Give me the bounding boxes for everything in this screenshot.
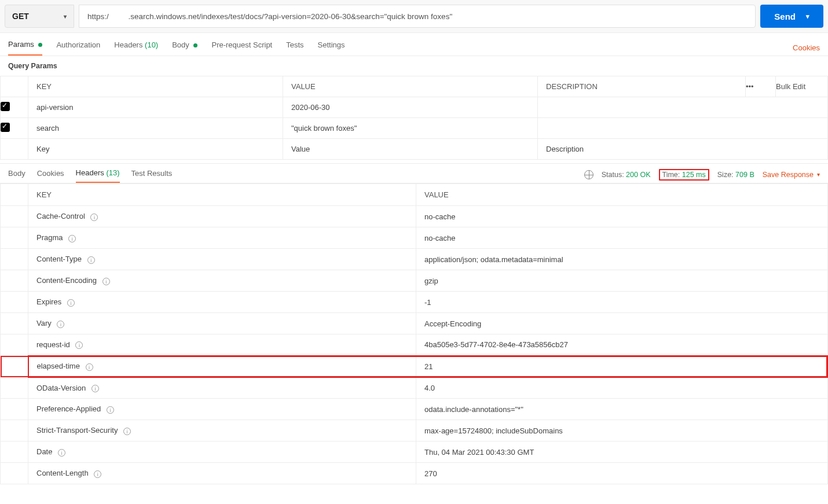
info-icon[interactable]: i [87,256,95,264]
request-bar: GET ▾ Send ▾ [0,0,828,33]
row-checkbox[interactable] [1,97,28,118]
spacer-cell [1,442,28,463]
active-dot-icon [38,43,42,47]
response-header-row: Content-Length i270 [1,463,828,484]
header-key: Pragma i [28,227,416,249]
header-value: max-age=15724800; includeSubDomains [416,420,828,442]
header-value: -1 [416,292,828,313]
resp-tab-body[interactable]: Body [8,169,25,182]
response-header-row: OData-Version i4.0 [1,377,828,399]
response-header-row: Strict-Transport-Security imax-age=15724… [1,420,828,442]
response-headers-table: KEY VALUE Cache-Control ino-cachePragma … [0,183,828,484]
resp-tab-headers-count: (13) [106,168,119,177]
response-meta: Status: 200 OK Time: 125 ms Size: 709 B … [584,169,820,183]
spacer-cell [1,463,28,484]
header-value: no-cache [416,227,828,249]
resp-tab-headers-label: Headers [76,168,104,177]
param-key[interactable]: api-version [28,97,283,118]
response-header-row: Content-Type iapplication/json; odata.me… [1,249,828,270]
param-key[interactable]: search [28,118,283,139]
response-header-row: Cache-Control ino-cache [1,206,828,227]
chevron-down-icon: ▾ [64,13,67,20]
param-key-input[interactable]: Key [28,139,283,160]
header-value: application/json; odata.metadata=minimal [416,249,828,270]
spacer-cell [1,377,28,399]
tab-headers[interactable]: Headers (10) [114,41,158,55]
header-key: Vary i [28,313,416,334]
http-method-select[interactable]: GET ▾ [5,5,74,28]
response-header-row: Vary iAccept-Encoding [1,313,828,334]
column-description: DESCRIPTION [538,76,746,97]
response-header-row: Content-Encoding igzip [1,270,828,292]
tab-settings[interactable]: Settings [318,41,345,55]
spacer-cell [1,420,28,442]
param-desc[interactable] [538,118,828,139]
spacer-cell [1,313,28,334]
url-input[interactable] [79,5,756,28]
response-headers-header-row: KEY VALUE [1,184,828,206]
spacer-cell [1,206,28,227]
status-value: 200 OK [626,171,650,179]
globe-icon[interactable] [584,170,593,179]
size-block: Size: 709 B [717,171,754,179]
header-value: gzip [416,270,828,292]
info-icon[interactable]: i [107,406,114,414]
size-label: Size: [717,171,734,179]
time-value: 125 ms [682,171,706,179]
tab-params[interactable]: Params [8,40,42,56]
column-key: KEY [28,184,416,206]
header-key: Preference-Applied i [28,399,416,420]
info-icon[interactable]: i [86,363,93,371]
query-param-new-row: Key Value Description [1,139,828,160]
resp-tab-headers[interactable]: Headers (13) [76,168,120,183]
header-key: Content-Type i [28,249,416,270]
bulk-edit-button[interactable]: Bulk Edit [776,76,828,97]
param-value-input[interactable]: Value [283,139,538,160]
info-icon[interactable]: i [102,278,110,285]
tab-pre-request[interactable]: Pre-request Script [211,41,272,55]
response-header-row: Pragma ino-cache [1,227,828,249]
tab-authorization[interactable]: Authorization [56,41,100,55]
time-label: Time: [662,171,680,179]
param-desc-input[interactable]: Description [538,139,828,160]
response-header-row: request-id i4ba505e3-5d77-4702-8e4e-473a… [1,334,828,356]
save-response-button[interactable]: Save Response ▾ [763,171,820,179]
header-key: Content-Encoding i [28,270,416,292]
spacer-cell [1,249,28,270]
resp-tab-test-results[interactable]: Test Results [131,169,173,182]
param-desc[interactable] [538,97,828,118]
row-checkbox-empty[interactable] [1,139,28,160]
info-icon[interactable]: i [58,449,65,457]
param-value[interactable]: "quick brown foxes" [283,118,538,139]
info-icon[interactable]: i [57,321,64,328]
tab-body[interactable]: Body [172,41,197,55]
param-value[interactable]: 2020-06-30 [283,97,538,118]
tab-tests[interactable]: Tests [286,41,303,55]
more-actions-button[interactable]: ••• [746,76,776,97]
row-checkbox[interactable] [1,118,28,139]
resp-tab-cookies[interactable]: Cookies [37,169,64,182]
spacer-cell [1,227,28,249]
info-icon[interactable]: i [67,299,75,307]
info-icon[interactable]: i [90,214,98,221]
cookies-link[interactable]: Cookies [793,43,820,52]
header-value: no-cache [416,206,828,227]
response-header-row: Expires i-1 [1,292,828,313]
status-block: Status: 200 OK [602,171,651,179]
info-icon[interactable]: i [68,235,76,242]
header-value: odata.include-annotations="*" [416,399,828,420]
info-icon[interactable]: i [94,470,101,478]
header-value: 270 [416,463,828,484]
checkbox-checked-icon [1,123,10,132]
query-params-title: Query Params [0,56,828,76]
header-key: Expires i [28,292,416,313]
send-button[interactable]: Send ▾ [760,5,823,28]
header-key: Date i [28,442,416,463]
spacer-col [1,184,28,206]
spacer-cell [1,356,28,377]
header-value: 4ba505e3-5d77-4702-8e4e-473a5856cb27 [416,334,828,356]
info-icon[interactable]: i [91,385,99,392]
info-icon[interactable]: i [123,428,131,435]
info-icon[interactable]: i [75,341,83,349]
header-key: elapsed-time i [28,356,416,377]
